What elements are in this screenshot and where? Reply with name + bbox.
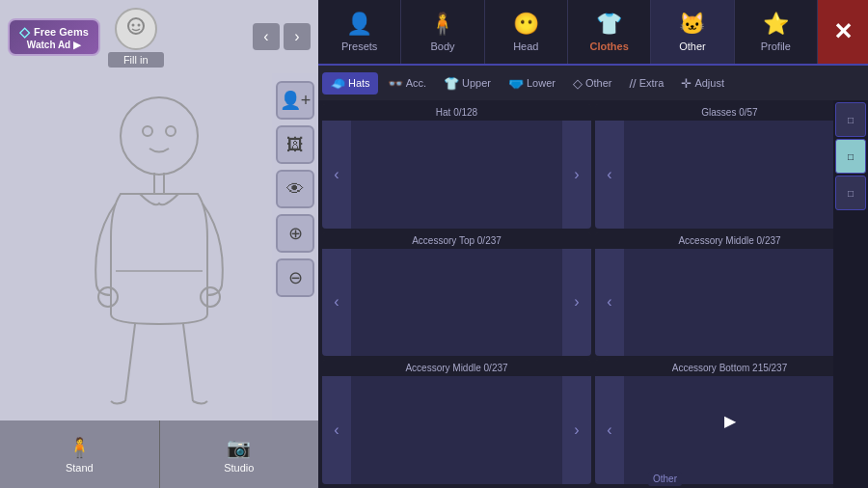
other-icon: 🐱: [679, 12, 705, 37]
studio-button[interactable]: 📷 Studio: [160, 420, 319, 488]
tab-head[interactable]: 😶 Head: [485, 0, 568, 64]
sub-tab-hats[interactable]: 🧢 Hats: [322, 72, 378, 95]
clothes-icon: 👕: [596, 12, 622, 37]
gem-icon: ◇: [19, 24, 30, 40]
tab-other[interactable]: 🐱 Other: [651, 0, 734, 64]
left-panel: ◇ Free Gems Watch Ad ▶ Fill in ‹ ›: [0, 0, 318, 488]
fill-in-label: Fill in: [108, 52, 164, 68]
other-badge: Other: [648, 472, 682, 486]
image-button[interactable]: 🖼: [276, 125, 314, 164]
tab-head-label: Head: [513, 41, 538, 52]
sub-tab-adjust[interactable]: ✛ Adjust: [673, 72, 732, 95]
svg-point-5: [166, 126, 176, 136]
item-glasses-selector: ‹ ›: [595, 121, 864, 229]
acc-icon: 👓: [388, 76, 403, 91]
fill-in-area: Fill in: [108, 6, 164, 68]
item-acc-mid-selector: ‹ ›: [595, 249, 864, 357]
hats-icon: 🧢: [330, 76, 345, 91]
acc-bot-prev-button[interactable]: ‹: [595, 376, 624, 484]
zoom-in-icon: ⊕: [288, 223, 303, 244]
hat-next-button[interactable]: ›: [562, 121, 591, 229]
hat-prev-button[interactable]: ‹: [322, 121, 351, 229]
mini-icon-1: □: [848, 115, 854, 125]
zoom-in-button[interactable]: ⊕: [276, 214, 314, 253]
close-button[interactable]: ✕: [818, 0, 868, 64]
item-cell-acc-mid2: Accessory Middle 0/237 ‹ ›: [322, 360, 591, 484]
item-acc-mid-label: Accessory Middle 0/237: [595, 232, 864, 249]
item-cell-acc-bot: Accessory Bottom 215/237 ‹ ▶ ›: [595, 360, 864, 484]
mini-icon-3: □: [848, 188, 854, 199]
sub-tabs: 🧢 Hats 👓 Acc. 👕 Upper 🩲 Lower ◇ Other //…: [318, 66, 868, 100]
item-acc-top-label: Accessory Top 0/237: [322, 232, 591, 249]
close-icon: ✕: [833, 18, 853, 45]
sub-tab-acc-label: Acc.: [406, 77, 426, 89]
mini-icon-2: □: [848, 151, 854, 162]
mini-btn-2[interactable]: □: [835, 139, 866, 174]
tab-body-label: Body: [430, 41, 454, 52]
tab-other-label: Other: [679, 41, 706, 52]
tab-clothes-label: Clothes: [589, 41, 628, 52]
sub-tab-extra[interactable]: // Extra: [621, 72, 671, 95]
tab-clothes[interactable]: 👕 Clothes: [568, 0, 651, 64]
character-area: 👤+ 🖼 👁 ⊕ ⊖: [0, 73, 318, 420]
mini-btn-1[interactable]: □: [835, 102, 866, 137]
body-icon: 🧍: [429, 12, 455, 37]
presets-icon: 👤: [346, 12, 372, 37]
sub-tab-hats-label: Hats: [348, 77, 370, 89]
acc-mid-prev-button[interactable]: ‹: [595, 249, 624, 357]
item-acc-mid2-label: Accessory Middle 0/237: [322, 360, 591, 376]
free-gems-label: Free Gems: [34, 26, 89, 38]
acc-mid2-next-button[interactable]: ›: [562, 376, 591, 484]
content-grid: Hat 0/128 ‹ › Glasses 0/57 ‹ › Accessory…: [318, 100, 868, 488]
stand-icon: 🧍: [68, 436, 92, 459]
other-sub-icon: ◇: [573, 76, 583, 91]
side-mini-panel: □ □ □: [833, 100, 868, 488]
sub-tab-upper[interactable]: 👕 Upper: [436, 72, 499, 95]
nav-next-button[interactable]: ›: [284, 23, 311, 50]
nav-arrows: ‹ ›: [253, 23, 311, 50]
extra-icon: //: [629, 76, 636, 91]
head-icon: 😶: [513, 12, 539, 37]
item-hat-label: Hat 0/128: [322, 104, 591, 121]
tab-profile[interactable]: ⭐ Profile: [735, 0, 818, 64]
mini-btn-3[interactable]: □: [835, 176, 866, 210]
add-person-button[interactable]: 👤+: [276, 81, 314, 120]
acc-top-prev-button[interactable]: ‹: [322, 249, 351, 357]
svg-point-0: [128, 18, 144, 34]
eye-button[interactable]: 👁: [276, 170, 314, 208]
tab-presets[interactable]: 👤 Presets: [318, 0, 401, 64]
item-cell-acc-mid: Accessory Middle 0/237 ‹ ›: [595, 232, 864, 357]
add-person-icon: 👤+: [280, 90, 312, 111]
glasses-prev-button[interactable]: ‹: [595, 121, 624, 229]
zoom-out-button[interactable]: ⊖: [276, 258, 314, 297]
eye-icon: 👁: [286, 179, 304, 200]
image-icon: 🖼: [286, 135, 304, 155]
acc-top-next-button[interactable]: ›: [562, 249, 591, 357]
item-acc-mid2-selector: ‹ ›: [322, 376, 591, 484]
nav-prev-button[interactable]: ‹: [253, 23, 280, 50]
svg-point-3: [121, 97, 198, 175]
sub-tab-acc[interactable]: 👓 Acc.: [380, 72, 434, 95]
svg-point-2: [137, 24, 140, 27]
tab-profile-label: Profile: [761, 41, 791, 52]
studio-label: Studio: [224, 462, 254, 474]
svg-point-8: [98, 287, 118, 307]
lower-icon: 🩲: [508, 76, 524, 91]
other-badge-area: Other: [646, 472, 682, 486]
svg-point-4: [143, 126, 152, 136]
tab-body[interactable]: 🧍 Body: [401, 0, 484, 64]
sub-tab-other[interactable]: ◇ Other: [565, 72, 620, 95]
right-panel: 👤 Presets 🧍 Body 😶 Head 👕 Clothes 🐱 Othe…: [318, 0, 868, 488]
item-cell-hat: Hat 0/128 ‹ ›: [322, 104, 591, 229]
sub-tab-lower-label: Lower: [527, 77, 556, 89]
item-cell-glasses: Glasses 0/57 ‹ ›: [595, 104, 864, 229]
adjust-icon: ✛: [681, 76, 692, 91]
stand-button[interactable]: 🧍 Stand: [0, 420, 160, 488]
acc-mid2-prev-button[interactable]: ‹: [322, 376, 351, 484]
sub-tab-adjust-label: Adjust: [694, 77, 724, 89]
bottom-bar: 🧍 Stand 📷 Studio: [0, 420, 318, 488]
free-gems-button[interactable]: ◇ Free Gems Watch Ad ▶: [8, 18, 100, 56]
item-glasses-label: Glasses 0/57: [595, 104, 864, 121]
sub-tab-lower[interactable]: 🩲 Lower: [501, 72, 563, 95]
item-hat-selector: ‹ ›: [322, 121, 591, 229]
